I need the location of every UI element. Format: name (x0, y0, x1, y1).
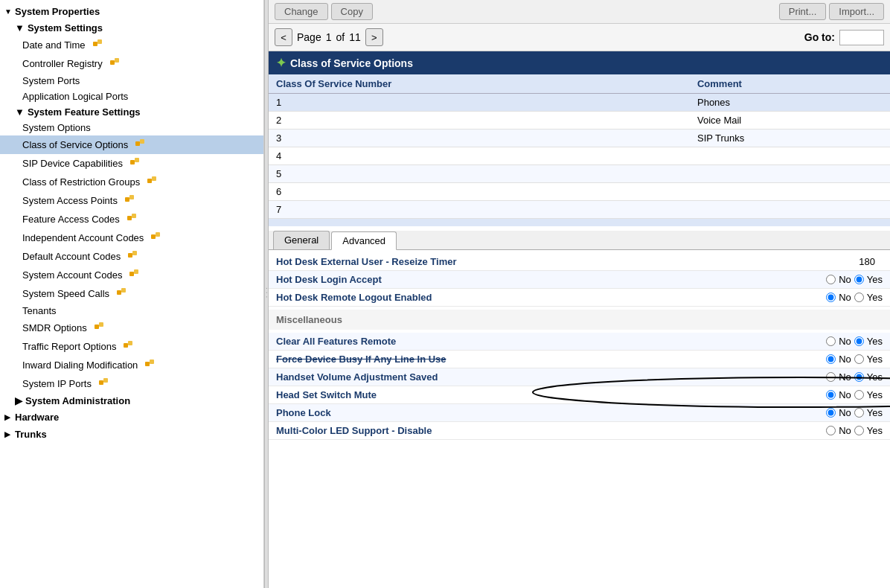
gold-icon (115, 287, 127, 301)
sidebar-item-sip-device[interactable]: SIP Device Capabilities (0, 154, 263, 173)
cell-service-number: 5 (269, 165, 690, 183)
login-accept-no-radio[interactable] (826, 275, 836, 284)
next-page-button[interactable]: > (365, 28, 383, 46)
cell-comment (690, 147, 890, 165)
svg-rect-21 (121, 288, 126, 293)
gold-icon (92, 38, 103, 52)
section-label: Hardware (15, 412, 59, 423)
gold-icon (146, 175, 158, 189)
gold-icon (93, 321, 105, 335)
sidebar-section-system-properties[interactable]: ▼ System Properties (0, 3, 263, 20)
sidebar-item-application-logical-ports[interactable]: Application Logical Ports (0, 89, 263, 104)
expand-icon: ▶ (4, 430, 12, 438)
clear-features-yes-label: Yes (867, 336, 883, 347)
item-label: SMDR Options (22, 322, 87, 333)
item-label: Application Logical Ports (22, 91, 128, 102)
table-row[interactable]: 5 (269, 165, 890, 183)
sidebar-item-cor-groups[interactable]: Class of Restriction Groups (0, 173, 263, 191)
handset-vol-yes-label: Yes (867, 371, 883, 383)
phone-lock-no-radio[interactable] (826, 408, 836, 418)
clear-features-yes-radio[interactable] (854, 336, 864, 346)
sidebar-item-independent-account-codes[interactable]: Independent Account Codes (0, 229, 263, 247)
sidebar-item-inward-dialing[interactable]: Inward Dialing Modification (0, 356, 263, 374)
handset-vol-no-radio[interactable] (826, 372, 836, 382)
sidebar-item-default-account-codes[interactable]: Default Account Codes (0, 247, 263, 266)
svg-rect-17 (132, 251, 137, 255)
sidebar-item-system-options[interactable]: System Options (0, 120, 263, 135)
headset-switch-yes-radio[interactable] (854, 390, 864, 400)
sidebar-item-system-account-codes[interactable]: System Account Codes (0, 266, 263, 284)
table-row[interactable]: 2Voice Mail (269, 112, 890, 130)
prev-page-button[interactable]: < (275, 28, 292, 46)
sidebar-item-controller-registry[interactable]: Controller Registry (0, 54, 263, 73)
force-busy-yes-radio[interactable] (854, 354, 864, 364)
import-button[interactable]: Import... (829, 3, 884, 20)
sidebar-subsection-system-settings[interactable]: ▼ System Settings (0, 20, 263, 36)
cell-service-number: 2 (269, 112, 690, 130)
tab-general[interactable]: General (273, 231, 330, 249)
table-row[interactable]: 6 (269, 183, 890, 201)
table-row[interactable]: 7 (269, 201, 890, 219)
sidebar-item-date-time[interactable]: Date and Time (0, 36, 263, 54)
print-button[interactable]: Print... (779, 3, 827, 20)
pagination-bar: < Page 1 of 11 > Go to: (269, 24, 890, 51)
cell-service-number: 3 (269, 130, 690, 147)
handset-vol-yes-radio[interactable] (854, 372, 864, 382)
force-busy-no-label: No (839, 354, 851, 365)
clear-features-label: Clear All Features Remote (276, 336, 749, 347)
clear-features-no-radio[interactable] (826, 336, 836, 346)
expand-icon: ▶ (15, 395, 22, 406)
sidebar-subsection-system-feature-settings[interactable]: ▼ System Feature Settings (0, 104, 263, 120)
remote-logout-yes-radio[interactable] (854, 293, 864, 302)
item-label: System Access Points (22, 195, 118, 206)
remote-logout-radio-group: No Yes (749, 292, 883, 303)
multicolor-led-radio-group: No Yes (749, 425, 883, 436)
headset-switch-no-radio[interactable] (826, 390, 836, 400)
change-button[interactable]: Change (275, 3, 328, 20)
phone-lock-yes-radio[interactable] (854, 408, 864, 418)
sidebar-section-hardware[interactable]: ▶ Hardware (0, 409, 263, 426)
tab-advanced[interactable]: Advanced (331, 231, 397, 250)
table-row[interactable]: 3SIP Trunks (269, 130, 890, 147)
sidebar-item-system-ports[interactable]: System Ports (0, 73, 263, 89)
table-row[interactable]: 4 (269, 147, 890, 165)
svg-rect-24 (124, 343, 128, 348)
sidebar-item-traffic-report[interactable]: Traffic Report Options (0, 337, 263, 356)
login-accept-yes-radio[interactable] (854, 275, 864, 284)
remote-logout-no-label: No (839, 292, 851, 303)
svg-rect-4 (135, 141, 140, 146)
multicolor-led-no-radio[interactable] (826, 426, 836, 435)
force-busy-no-radio[interactable] (826, 354, 836, 364)
copy-button[interactable]: Copy (331, 3, 373, 20)
sidebar-item-smdr-options[interactable]: SMDR Options (0, 319, 263, 337)
item-label: Inward Dialing Modification (22, 359, 138, 371)
item-label: Tenants (22, 305, 57, 316)
sidebar-subsection-system-admin[interactable]: ▶ System Administration (0, 393, 263, 409)
cell-comment: SIP Trunks (690, 130, 890, 147)
sidebar-section-trunks[interactable]: ▶ Trunks (0, 426, 263, 443)
sidebar-item-cos-options[interactable]: Class of Service Options (0, 135, 263, 154)
cell-service-number: 4 (269, 147, 690, 165)
current-page: 1 (326, 31, 332, 43)
multicolor-led-yes-radio[interactable] (854, 426, 864, 435)
sidebar-item-system-ip-ports[interactable]: System IP Ports (0, 374, 263, 393)
cell-comment: Phones (690, 94, 890, 112)
svg-rect-2 (110, 60, 115, 65)
sidebar-item-system-access-points[interactable]: System Access Points (0, 191, 263, 210)
svg-rect-20 (117, 290, 121, 295)
cell-comment: Voice Mail (690, 112, 890, 130)
force-device-busy-radio-group: No Yes (749, 354, 883, 365)
goto-input[interactable] (839, 30, 884, 45)
sidebar-item-system-speed-calls[interactable]: System Speed Calls (0, 284, 263, 303)
clear-features-no-label: No (839, 336, 851, 347)
headset-switch-label: Head Set Switch Mute (276, 389, 749, 400)
table-footer-spacer (269, 219, 890, 226)
sidebar-item-feature-access-codes[interactable]: Feature Access Codes (0, 210, 263, 229)
remote-logout-no-radio[interactable] (826, 293, 836, 302)
sidebar-item-tenants[interactable]: Tenants (0, 303, 263, 319)
svg-rect-15 (156, 232, 160, 237)
cos-table: Class Of Service Number Comment 1Phones2… (269, 74, 890, 219)
item-label: Traffic Report Options (22, 341, 116, 352)
login-accept-yes-label: Yes (867, 274, 883, 285)
table-row[interactable]: 1Phones (269, 94, 890, 112)
